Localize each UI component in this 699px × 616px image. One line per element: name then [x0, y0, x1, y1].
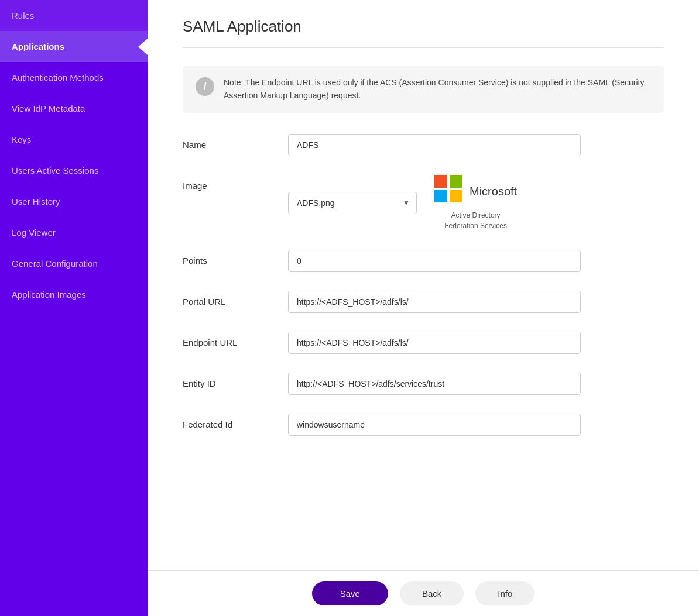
sidebar-item-rules[interactable]: Rules: [0, 0, 148, 31]
info-box-text: Note: The Endpoint URL is used only if t…: [224, 76, 651, 102]
sidebar-item-applications[interactable]: Applications: [0, 31, 148, 62]
sidebar-item-keys[interactable]: Keys: [0, 124, 148, 155]
entity-id-input[interactable]: [288, 373, 581, 395]
federated-id-input[interactable]: [288, 414, 581, 436]
name-row: Name: [183, 134, 664, 156]
ms-tile-yellow: [450, 190, 462, 202]
federated-id-control: [288, 414, 581, 436]
name-label: Name: [183, 134, 276, 150]
endpoint-url-control: [288, 332, 581, 354]
sidebar-item-user-history[interactable]: User History: [0, 186, 148, 217]
points-row: Points: [183, 250, 664, 272]
image-row: Image ADFS.png ▼: [183, 175, 664, 231]
points-input[interactable]: [288, 250, 581, 272]
save-button[interactable]: Save: [312, 581, 388, 605]
microsoft-logo: Microsoft Active Directory Federation Se…: [434, 175, 517, 231]
ms-tile-red: [434, 175, 447, 188]
image-select-wrapper: ADFS.png ▼: [288, 192, 417, 214]
points-control: [288, 250, 581, 272]
ms-tile-green: [450, 175, 462, 188]
ms-line1: Active Directory: [451, 211, 501, 219]
sidebar-item-log-viewer[interactable]: Log Viewer: [0, 217, 148, 248]
ms-sub-text: Active Directory Federation Services: [444, 210, 507, 231]
portal-url-control: [288, 291, 581, 313]
info-box: i Note: The Endpoint URL is used only if…: [183, 66, 664, 113]
sidebar: RulesApplicationsAuthentication MethodsV…: [0, 0, 148, 616]
sidebar-item-authentication-methods[interactable]: Authentication Methods: [0, 62, 148, 93]
page-title: SAML Application: [183, 18, 664, 36]
federated-id-row: Federated Id: [183, 414, 664, 436]
ms-line2: Federation Services: [444, 222, 507, 230]
sidebar-item-application-images[interactable]: Application Images: [0, 279, 148, 310]
image-row-content: ADFS.png ▼ Microsoft: [288, 175, 517, 231]
points-label: Points: [183, 250, 276, 266]
image-label: Image: [183, 175, 276, 191]
entity-id-row: Entity ID: [183, 373, 664, 395]
entity-id-label: Entity ID: [183, 373, 276, 388]
endpoint-url-input[interactable]: [288, 332, 581, 354]
ms-brand-text: Microsoft: [470, 184, 517, 198]
name-control: [288, 134, 581, 156]
endpoint-url-label: Endpoint URL: [183, 332, 276, 347]
image-select[interactable]: ADFS.png: [288, 192, 417, 214]
ms-logo-row: Microsoft: [434, 175, 517, 208]
back-button[interactable]: Back: [400, 581, 464, 605]
title-divider: [183, 47, 664, 48]
entity-id-control: [288, 373, 581, 395]
portal-url-label: Portal URL: [183, 291, 276, 307]
sidebar-item-users-active-sessions[interactable]: Users Active Sessions: [0, 155, 148, 186]
portal-url-input[interactable]: [288, 291, 581, 313]
name-input[interactable]: [288, 134, 581, 156]
sidebar-item-view-idp-metadata[interactable]: View IdP Metadata: [0, 93, 148, 124]
federated-id-label: Federated Id: [183, 414, 276, 429]
info-button[interactable]: Info: [475, 581, 534, 605]
info-circle-icon: i: [196, 77, 214, 96]
portal-url-row: Portal URL: [183, 291, 664, 313]
footer-bar: Save Back Info: [148, 570, 699, 616]
ms-tile-blue: [434, 190, 447, 202]
endpoint-url-row: Endpoint URL: [183, 332, 664, 354]
sidebar-item-general-configuration[interactable]: General Configuration: [0, 248, 148, 279]
main-content: SAML Application i Note: The Endpoint UR…: [148, 0, 699, 616]
ms-grid-icon: [434, 175, 462, 203]
